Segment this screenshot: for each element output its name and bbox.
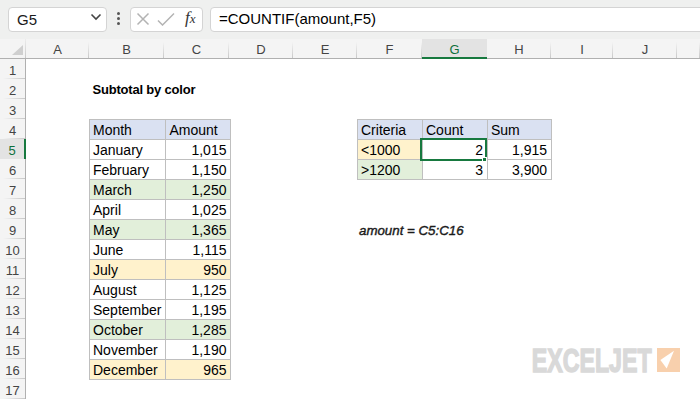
svg-text:EXCELJET: EXCELJET [532, 345, 652, 379]
